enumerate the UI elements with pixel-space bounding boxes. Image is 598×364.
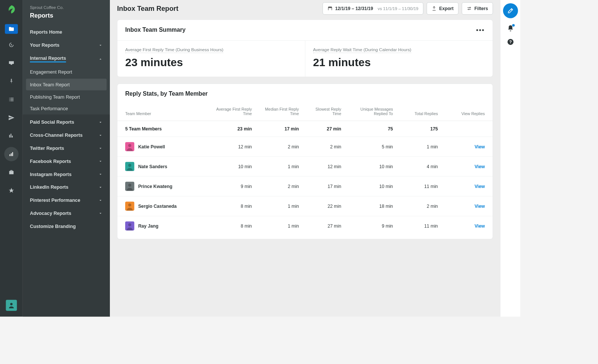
sidebar-paid-social[interactable]: Paid Social Reports xyxy=(23,116,110,129)
rail-chart-icon[interactable] xyxy=(4,129,18,143)
export-button[interactable]: Export xyxy=(426,2,459,15)
col-median-first-reply: Median First Reply Time xyxy=(256,104,303,121)
member-name: Nate Sanders xyxy=(138,164,167,169)
col-unique-messages: Unique Messages Replied To xyxy=(345,104,397,121)
member-avatar xyxy=(125,162,134,171)
chevron-up-icon xyxy=(98,57,103,61)
rail-pin-icon[interactable] xyxy=(4,74,18,88)
chevron-down-icon xyxy=(98,211,103,216)
sprout-logo xyxy=(5,3,18,16)
member-cell: Ray Jang xyxy=(125,221,205,230)
sidebar: Sprout Coffee Co. Reports Reports Home Y… xyxy=(23,0,110,317)
upload-icon xyxy=(431,6,437,11)
svg-point-2 xyxy=(128,144,131,147)
col-total-replies: Total Replies xyxy=(397,104,442,121)
svg-text:?: ? xyxy=(509,40,512,44)
table-card: Reply Stats, by Team Member Team Member … xyxy=(117,84,493,240)
chevron-down-icon xyxy=(98,172,103,176)
table-title: Reply Stats, by Team Member xyxy=(125,90,485,97)
rail-analytics-icon[interactable] xyxy=(4,147,18,161)
chevron-down-icon xyxy=(98,198,103,203)
view-replies-link[interactable]: View xyxy=(475,164,485,169)
table-row: Nate Sanders10 min1 min12 min10 min4 min… xyxy=(117,157,493,176)
rail-send-icon[interactable] xyxy=(4,111,18,125)
member-cell: Prince Kwateng xyxy=(125,182,205,191)
sidebar-twitter[interactable]: Twitter Reports xyxy=(23,142,110,155)
table-row: Katie Powell12 min2 min2 min5 min1 minVi… xyxy=(117,137,493,157)
member-avatar xyxy=(125,221,134,230)
sidebar-advocacy[interactable]: Advocacy Reports xyxy=(23,207,110,220)
table-totals-row: 5 Team Members23 min17 min27 min75175 xyxy=(117,121,493,137)
totals-label: 5 Team Members xyxy=(117,121,209,137)
svg-point-6 xyxy=(128,223,131,226)
chevron-down-icon xyxy=(98,146,103,151)
user-avatar[interactable] xyxy=(6,300,17,311)
svg-point-3 xyxy=(128,164,131,167)
member-name: Katie Powell xyxy=(138,144,165,149)
compose-button[interactable] xyxy=(503,3,518,18)
member-avatar xyxy=(125,201,134,210)
table-row: Prince Kwateng9 min2 min17 min10 min11 m… xyxy=(117,176,493,196)
rail-star-icon[interactable] xyxy=(4,183,18,198)
right-rail: ? xyxy=(500,0,520,317)
chevron-down-icon xyxy=(98,133,103,138)
sidebar-instagram[interactable]: Instagram Reports xyxy=(23,168,110,181)
sidebar-item-task-performance[interactable]: Task Performance xyxy=(23,103,110,114)
col-team-member: Team Member xyxy=(117,104,209,121)
sidebar-cross-channel[interactable]: Cross-Channel Reports xyxy=(23,129,110,142)
member-name: Sergio Castaneda xyxy=(138,204,177,209)
app-rail xyxy=(0,0,23,317)
filters-button[interactable]: Filters xyxy=(462,2,493,15)
view-replies-link[interactable]: View xyxy=(475,223,485,229)
sidebar-customize-branding[interactable]: Customize Branding xyxy=(23,220,110,233)
org-name: Sprout Coffee Co. xyxy=(30,5,103,10)
sidebar-reports-home[interactable]: Reports Home xyxy=(23,26,110,39)
svg-point-5 xyxy=(128,203,131,206)
rail-inbox-icon[interactable] xyxy=(4,56,18,70)
sidebar-item-inbox-team[interactable]: Inbox Team Report xyxy=(26,79,107,90)
help-icon[interactable]: ? xyxy=(507,38,514,46)
chevron-down-icon xyxy=(98,185,103,189)
view-replies-link[interactable]: View xyxy=(475,184,485,189)
sidebar-item-engagement[interactable]: Engagement Report xyxy=(23,66,110,78)
rail-folder-icon[interactable] xyxy=(5,24,18,34)
calendar-icon xyxy=(327,6,333,11)
sliders-icon xyxy=(466,6,472,11)
col-slowest-reply: Slowest Reply Time xyxy=(303,104,345,121)
member-cell: Katie Powell xyxy=(125,142,205,151)
member-name: Prince Kwateng xyxy=(138,184,172,189)
metric2-value: 21 minutes xyxy=(313,56,485,69)
col-view-replies: View Replies xyxy=(442,104,493,121)
summary-card: Inbox Team Summary ••• Average First Rep… xyxy=(117,19,493,77)
chevron-down-icon xyxy=(98,159,103,163)
more-menu-icon[interactable]: ••• xyxy=(476,26,485,34)
rail-briefcase-icon[interactable] xyxy=(4,165,18,179)
sidebar-item-publishing-team[interactable]: Publishing Team Report xyxy=(23,91,110,103)
member-cell: Nate Sanders xyxy=(125,162,205,171)
member-name: Ray Jang xyxy=(138,223,158,229)
sidebar-linkedin[interactable]: LinkedIn Reports xyxy=(23,181,110,194)
summary-title: Inbox Team Summary xyxy=(125,27,476,33)
sidebar-pinterest[interactable]: Pinterest Performance xyxy=(23,194,110,207)
date-range-button[interactable]: 12/1/19 – 12/31/19 vs 11/1/19 – 11/30/19 xyxy=(323,2,423,15)
svg-point-0 xyxy=(11,44,12,46)
col-avg-first-reply: Average First Reply Time xyxy=(209,104,256,121)
topbar: Inbox Team Report 12/1/19 – 12/31/19 vs … xyxy=(110,0,500,19)
page-title: Inbox Team Report xyxy=(117,4,319,12)
view-replies-link[interactable]: View xyxy=(475,144,485,149)
sidebar-internal-reports[interactable]: Internal Reports xyxy=(23,52,110,66)
metric1-value: 23 minutes xyxy=(125,56,297,69)
table-row: Sergio Castaneda8 min1 min22 min18 min2 … xyxy=(117,196,493,216)
rail-list-icon[interactable] xyxy=(4,92,18,107)
metric1-label: Average First Reply Time (During Busines… xyxy=(125,47,224,53)
table-row: Ray Jang8 min1 min27 min9 min11 minView xyxy=(117,216,493,236)
sidebar-facebook[interactable]: Facebook Reports xyxy=(23,155,110,168)
svg-point-1 xyxy=(10,303,12,305)
view-replies-link[interactable]: View xyxy=(475,204,485,209)
reply-stats-table: Team Member Average First Reply Time Med… xyxy=(117,104,493,236)
svg-point-4 xyxy=(128,183,131,186)
date-range: 12/1/19 – 12/31/19 xyxy=(335,6,373,11)
sidebar-your-reports[interactable]: Your Reports xyxy=(23,39,110,52)
rail-gauge-icon[interactable] xyxy=(4,38,18,52)
notifications-icon[interactable] xyxy=(507,25,514,32)
